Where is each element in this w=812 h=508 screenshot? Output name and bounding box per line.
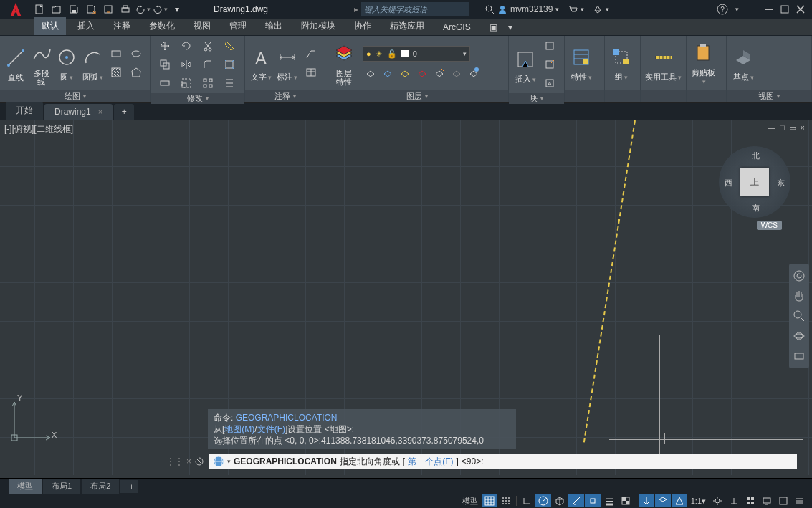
polygon-icon[interactable] xyxy=(127,64,145,81)
mirror-icon[interactable] xyxy=(176,56,196,73)
vp-close-icon[interactable]: × xyxy=(801,123,805,133)
status-lineweight-icon[interactable] xyxy=(601,494,617,507)
nav-zoom-icon[interactable] xyxy=(789,307,809,325)
vp-min-icon[interactable]: — xyxy=(768,123,775,133)
qat-new-icon[interactable] xyxy=(32,1,47,17)
layer-tool4-icon[interactable] xyxy=(414,64,430,80)
nav-pan-icon[interactable] xyxy=(789,287,809,305)
status-otrack-icon[interactable] xyxy=(568,494,584,507)
ribbon-tab-7[interactable]: 附加模块 xyxy=(294,17,343,35)
close-icon[interactable] xyxy=(796,5,805,14)
qat-saveas-icon[interactable] xyxy=(83,1,99,17)
status-annoscale-icon[interactable] xyxy=(726,494,742,507)
minimize-icon[interactable]: — xyxy=(765,4,773,14)
offset-icon[interactable] xyxy=(219,75,239,92)
viewcube[interactable]: 上 北 南 东 西 xyxy=(719,146,790,218)
status-polar-icon[interactable] xyxy=(535,494,551,507)
move-icon[interactable] xyxy=(155,37,175,54)
line-button[interactable]: 直线 xyxy=(4,43,27,83)
layer-tool7-icon[interactable] xyxy=(466,64,482,80)
copy-icon[interactable] xyxy=(155,56,175,73)
ribbon-tab-1[interactable]: 插入 xyxy=(70,17,102,35)
qat-plot-icon[interactable] xyxy=(118,1,133,17)
layout-tab-new[interactable]: + xyxy=(120,480,138,493)
status-transparency-icon[interactable] xyxy=(618,494,634,507)
circle-button[interactable]: 圆 xyxy=(56,42,79,83)
panel-title-view[interactable]: 视图 xyxy=(727,90,811,102)
status-model-button[interactable]: 模型 xyxy=(459,494,481,507)
block-create-icon[interactable] xyxy=(540,37,559,54)
layout-tab-model[interactable]: 模型 xyxy=(9,479,42,494)
vp-restore-icon[interactable]: □ xyxy=(780,123,785,133)
rotate-icon[interactable] xyxy=(176,37,196,54)
qat-redo-icon[interactable] xyxy=(152,1,168,17)
tab-start[interactable]: 开始 xyxy=(6,102,43,120)
username-label[interactable]: mvm32139 xyxy=(510,4,553,14)
hatch-icon[interactable] xyxy=(107,64,125,81)
layer-dropdown[interactable]: ● ☀ 🔓 0 ▾ xyxy=(363,46,470,62)
arc-button[interactable]: 圆弧 xyxy=(81,42,104,83)
clipboard-button[interactable]: 剪贴板 xyxy=(691,38,715,87)
layer-tool5-icon[interactable] xyxy=(431,64,447,80)
panel-title-block[interactable]: 块 xyxy=(509,93,564,104)
status-cleanscreen-icon[interactable] xyxy=(775,494,791,507)
status-selcycle-icon[interactable] xyxy=(639,494,654,507)
ribbon-tab-10[interactable]: ArcGIS xyxy=(436,19,478,35)
ribbon-tab-extra[interactable]: ▣ xyxy=(482,19,497,35)
cart-icon[interactable] xyxy=(568,4,578,14)
nav-orbit-icon[interactable] xyxy=(789,327,809,345)
trim-icon[interactable] xyxy=(198,37,218,54)
nav-showmotion-icon[interactable] xyxy=(789,347,809,365)
ribbon-tab-3[interactable]: 参数化 xyxy=(142,17,182,35)
cmdline-close-icon[interactable]: × xyxy=(186,456,191,466)
status-grid-icon[interactable] xyxy=(482,494,497,507)
app-switcher-icon[interactable] xyxy=(593,4,603,14)
status-osnap-icon[interactable] xyxy=(585,494,601,507)
viewport-label[interactable]: [-][俯视][二维线框] xyxy=(4,123,73,135)
status-iso-icon[interactable] xyxy=(552,494,568,507)
layer-props-button[interactable]: 图层 特性 xyxy=(330,39,358,87)
ribbon-tab-6[interactable]: 输出 xyxy=(258,17,290,35)
status-customize-icon[interactable] xyxy=(792,494,808,507)
status-snap-icon[interactable] xyxy=(498,494,514,507)
array-icon[interactable] xyxy=(198,75,218,92)
cmdline-customize-icon[interactable] xyxy=(194,456,204,466)
ribbon-tab-8[interactable]: 协作 xyxy=(347,17,378,35)
block-attr-icon[interactable]: A xyxy=(540,75,559,92)
base-view-button[interactable]: 基点 xyxy=(731,42,755,83)
block-edit-icon[interactable] xyxy=(540,56,559,73)
wcs-badge[interactable]: WCS xyxy=(757,221,782,230)
ribbon-tab-0[interactable]: 默认 xyxy=(34,17,66,35)
status-3dosnap-icon[interactable] xyxy=(655,494,671,507)
tab-new-button[interactable]: + xyxy=(114,104,134,120)
status-workspace-icon[interactable] xyxy=(742,494,758,507)
dimension-button[interactable]: 标注 xyxy=(276,42,300,83)
tab-close-icon[interactable]: × xyxy=(98,107,102,116)
qat-undo-icon[interactable] xyxy=(135,1,151,17)
status-monitor-icon[interactable] xyxy=(759,494,775,507)
search-input[interactable]: 键入关键字或短语 xyxy=(361,2,469,16)
cmdline-grip-icon[interactable]: ⋮⋮ xyxy=(166,456,183,466)
leader-icon[interactable] xyxy=(302,45,320,62)
fillet-icon[interactable] xyxy=(198,56,218,73)
status-dyninput-icon[interactable] xyxy=(672,494,687,507)
status-scale-button[interactable]: 1:1 ▾ xyxy=(688,494,709,507)
layout-tab-2[interactable]: 布局2 xyxy=(82,479,119,494)
utilities-button[interactable]: 实用工具 xyxy=(645,42,682,83)
user-icon[interactable] xyxy=(497,4,507,14)
polyline-button[interactable]: 多段线 xyxy=(30,39,53,87)
qat-cloud-icon[interactable] xyxy=(100,1,116,17)
table-icon[interactable] xyxy=(302,64,320,81)
panel-title-annot[interactable]: 注释 xyxy=(245,90,325,102)
layout-tab-1[interactable]: 布局1 xyxy=(43,479,80,494)
help-icon[interactable]: ? xyxy=(717,4,728,15)
panel-title-layers[interactable]: 图层 xyxy=(325,90,508,102)
tab-drawing1[interactable]: Drawing1× xyxy=(44,104,113,120)
drawing-canvas[interactable]: [-][俯视][二维线框] — □ ▭ × 上 北 南 东 西 WCS Y X xyxy=(0,120,812,475)
properties-button[interactable]: 特性 xyxy=(569,42,593,83)
ribbon-minimize-icon[interactable]: ▾ xyxy=(501,19,515,35)
rect-icon[interactable] xyxy=(107,45,125,62)
nav-wheel-icon[interactable] xyxy=(789,267,809,285)
command-line-input[interactable]: ▾ GEOGRAPHICLOCATION 指定北向角度或 [第一个点(F)] <… xyxy=(209,454,797,469)
command-history[interactable]: 命令: GEOGRAPHICLOCATION 从[地图(M)/文件(F)]设置位… xyxy=(208,409,516,449)
